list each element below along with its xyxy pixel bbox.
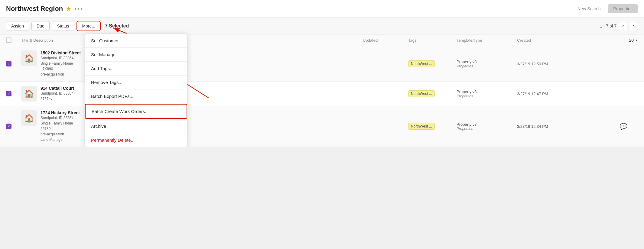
property-cell-2: 🏠 914 Cattail Court Sandpoint, ID 838648… [21,86,363,102]
property-name-3[interactable]: 1724 Hickory Street [41,110,80,115]
pagination-prev[interactable]: ‹ [619,22,627,30]
master-checkbox[interactable] [6,37,11,43]
row-checkbox-3[interactable]: ✓ [6,124,11,129]
comment-icon-3[interactable]: 💬 [620,123,627,130]
template-name-2: Property v8 [457,89,517,94]
checkbox-cell-1: ✓ [6,61,21,66]
page-header: Northwest Region ★ ••• New Search... Pro… [0,0,644,18]
created-cell-3: 3/27/19 12:34 PM [517,124,571,129]
new-search-link[interactable]: New Search... [577,6,604,11]
template-type-2: Properties [457,94,517,98]
more-options-icon[interactable]: ••• [74,5,83,12]
dropdown-add-tags[interactable]: Add Tags... [85,62,187,76]
template-type-1: Properties [457,64,517,68]
dropdown-set-customer[interactable]: Set Customer [85,34,187,48]
property-icon-2: 🏠 [21,86,37,102]
property-details-1: 1502 Division Street Sandpoint, ID 83864… [41,50,81,77]
tags-cell-2: NorthWest ... [408,90,457,97]
dropdown-menu: Set Customer Set Manager Add Tags... Rem… [85,34,187,147]
favorite-icon[interactable]: ★ [66,5,71,12]
dropdown-batch-export[interactable]: Batch Export PDFs... [85,89,187,103]
row-checkbox-2[interactable]: ✓ [6,91,11,96]
checkbox-cell-3: ✓ [6,124,21,129]
dropdown-permanently-delete[interactable]: Permanently Delete... [85,133,187,147]
property-icon-1: 🏠 [21,50,37,66]
dropdown-set-manager[interactable]: Set Manager [85,48,187,62]
row-checkbox-1[interactable]: ✓ [6,61,11,66]
template-cell-1: Property v8 Properties [457,60,517,68]
per-page-selector[interactable]: 20 ▼ [620,38,638,43]
toolbar: Assign Due Status More... 7 Selected 1 -… [0,18,644,34]
per-page-number: 20 [629,38,634,43]
col-title-description: Title & Description [21,38,363,43]
properties-button[interactable]: Properties [608,4,638,13]
pagination: 1 - 7 of 7 ‹ › [600,22,638,30]
action-cell-3: 💬 [620,123,638,130]
tags-cell-3: NorthWest ... [408,123,457,130]
template-cell-3: Property v7 Properties [457,122,517,131]
selected-label: 7 Selected [105,23,129,29]
more-button[interactable]: More... [76,21,101,31]
property-icon-3: 🏠 [21,110,37,126]
property-cell-3: 🏠 1724 Hickory Street Sandpoint, ID 8386… [21,110,363,142]
property-name-1[interactable]: 1502 Division Street [41,50,81,55]
status-button[interactable]: Status [52,21,74,31]
col-created: Created [517,38,571,43]
col-template: Template/Type [457,38,517,43]
dropdown-archive[interactable]: Archive [85,119,187,133]
template-name-1: Property v8 [457,60,517,64]
tag-badge-2[interactable]: NorthWest ... [408,90,435,97]
property-details-2: 914 Cattail Court Sandpoint, ID 83864876… [41,86,74,102]
pagination-label: 1 - 7 of 7 [600,24,616,28]
page-title: Northwest Region [6,5,63,13]
template-name-3: Property v7 [457,122,517,127]
template-type-3: Properties [457,127,517,131]
dropdown-remove-tags[interactable]: Remove Tags... [85,76,187,89]
svg-line-1 [113,28,127,34]
created-cell-1: 3/27/19 12:50 PM [517,62,571,66]
property-name-2[interactable]: 914 Cattail Court [41,86,74,91]
template-cell-2: Property v8 Properties [457,89,517,98]
per-page-chevron: ▼ [635,39,638,42]
dropdown-batch-work-orders[interactable]: Batch Create Work Orders... [85,104,187,119]
checkbox-cell-2: ✓ [6,91,21,96]
due-button[interactable]: Due [31,21,50,31]
header-right: New Search... Properties [577,4,638,13]
property-cell-1: 🏠 1502 Division Street Sandpoint, ID 838… [21,50,363,77]
col-tags: Tags [408,38,457,43]
property-meta-2: Sandpoint, ID 838648767ky [41,91,74,102]
property-meta-1: Sandpoint, ID 83864Single Family HomeL7X… [41,55,81,77]
assign-button[interactable]: Assign [6,21,29,31]
created-cell-2: 3/27/19 12:47 PM [517,92,571,96]
tags-cell-1: NorthWest ... [408,60,457,67]
property-meta-3: Sandpoint, ID 83864Single Family Home567… [41,115,80,142]
tag-badge-1[interactable]: NorthWest ... [408,60,435,67]
pagination-next[interactable]: › [630,22,638,30]
col-updated: Updated [363,38,408,43]
property-details-3: 1724 Hickory Street Sandpoint, ID 83864S… [41,110,80,142]
master-checkbox-cell [6,37,21,43]
tag-badge-3[interactable]: NorthWest ... [408,123,435,130]
